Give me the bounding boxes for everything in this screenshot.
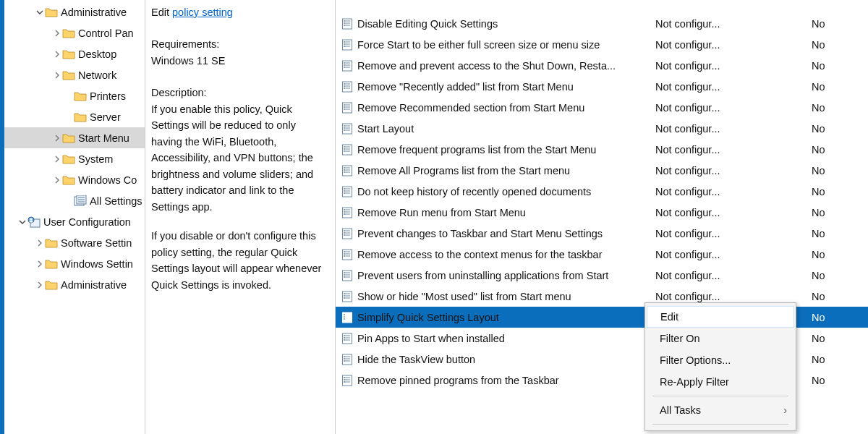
svg-point-97 <box>344 274 345 276</box>
policy-row[interactable]: Remove frequent programs list from the S… <box>336 139 868 160</box>
folder-icon <box>62 49 75 59</box>
policy-row[interactable]: Disable Editing Quick SettingsNot config… <box>336 13 868 34</box>
policy-name: Pin Apps to Start when installed <box>357 333 505 344</box>
policy-row[interactable]: Remove access to the context menus for t… <box>336 244 868 265</box>
tree-item-system[interactable]: System <box>4 148 145 169</box>
tree-item-printers[interactable]: Printers <box>4 85 145 106</box>
tree-item-network[interactable]: Network <box>4 64 145 85</box>
chevron-icon[interactable] <box>52 176 62 184</box>
tree-item-windows-co[interactable]: Windows Co <box>4 169 145 190</box>
tree-item-control-pan[interactable]: Control Pan <box>4 22 145 43</box>
context-menu[interactable]: EditFilter OnFilter Options...Re-Apply F… <box>644 302 796 431</box>
policy-comment: No <box>807 354 843 365</box>
policy-comment: No <box>807 81 843 93</box>
folder-icon <box>45 238 58 248</box>
context-menu-filter-on[interactable]: Filter On <box>647 328 794 349</box>
policy-comment: No <box>807 228 843 239</box>
svg-point-118 <box>344 337 345 339</box>
policy-row[interactable]: Remove All Programs list from the Start … <box>336 160 868 181</box>
tree-item-user-configuration[interactable]: User Configuration <box>4 211 145 232</box>
policy-state: Not configur... <box>655 186 807 197</box>
policy-icon <box>341 165 353 176</box>
svg-point-103 <box>344 293 345 294</box>
tree-item-all-settings[interactable]: All Settings <box>4 190 145 211</box>
policy-name: Remove All Programs list from the Start … <box>357 165 570 176</box>
svg-point-89 <box>344 251 345 252</box>
chevron-icon[interactable] <box>52 51 62 58</box>
svg-point-26 <box>344 62 345 64</box>
policy-row[interactable]: Remove and prevent access to the Shut Do… <box>336 55 868 76</box>
policy-setting-link[interactable]: policy setting <box>172 7 233 18</box>
svg-point-42 <box>344 109 345 110</box>
policy-state: Not configur... <box>655 144 807 156</box>
tree-item-windows-settin[interactable]: Windows Settin <box>4 253 145 274</box>
tree-item-label: Windows Co <box>78 174 137 186</box>
svg-point-126 <box>344 360 345 362</box>
svg-point-83 <box>344 232 345 234</box>
tree-item-software-settin[interactable]: Software Settin <box>4 232 145 253</box>
policy-icon <box>341 39 353 51</box>
tree-item-administrative[interactable]: Administrative <box>4 274 145 295</box>
policy-icon <box>341 102 353 114</box>
context-menu-filter-options-[interactable]: Filter Options... <box>647 349 794 371</box>
svg-point-124 <box>344 356 345 357</box>
svg-point-91 <box>344 255 345 257</box>
policy-row[interactable]: Remove Run menu from Start MenuNot confi… <box>336 202 868 223</box>
chevron-icon[interactable] <box>52 156 62 163</box>
policy-comment: No <box>807 60 843 72</box>
svg-point-20 <box>344 43 345 45</box>
tree-item-label: Administrative <box>61 7 127 18</box>
svg-point-77 <box>344 213 345 215</box>
policy-name: Remove pinned programs from the Taskbar <box>357 375 559 386</box>
svg-rect-106 <box>343 312 352 323</box>
tree-item-desktop[interactable]: Desktop <box>4 43 145 64</box>
tree-item-label: User Configuration <box>43 216 131 228</box>
svg-rect-78 <box>343 229 352 239</box>
chevron-icon[interactable] <box>35 9 45 16</box>
svg-rect-36 <box>343 103 352 113</box>
policy-row[interactable]: Remove Recommended section from Start Me… <box>336 97 868 118</box>
tree-item-administrative[interactable]: Administrative <box>4 1 145 22</box>
policy-state: Not configur... <box>655 102 807 114</box>
chevron-icon[interactable] <box>17 218 27 226</box>
svg-point-61 <box>344 167 345 169</box>
policy-state: Not configur... <box>655 60 807 72</box>
svg-point-69 <box>344 190 345 192</box>
chevron-right-icon: › <box>783 404 787 416</box>
policy-row[interactable]: Prevent changes to Taskbar and Start Men… <box>336 223 868 244</box>
policy-row[interactable]: Do not keep history of recently opened d… <box>336 181 868 202</box>
policy-icon <box>341 354 353 365</box>
chevron-icon[interactable] <box>52 135 62 142</box>
tree-item-label: Administrative <box>61 279 127 291</box>
tree-item-label: System <box>78 153 113 165</box>
svg-rect-99 <box>343 292 352 302</box>
navigation-tree[interactable]: AdministrativeControl PanDesktopNetworkP… <box>4 0 145 434</box>
context-menu-all-tasks[interactable]: All Tasks› <box>647 399 794 421</box>
context-menu-separator <box>652 396 788 396</box>
svg-rect-71 <box>343 208 352 218</box>
svg-point-96 <box>344 272 345 273</box>
svg-point-68 <box>344 188 345 190</box>
svg-point-21 <box>344 46 345 47</box>
chevron-icon[interactable] <box>35 260 45 268</box>
folder-icon <box>45 259 58 269</box>
tree-item-server[interactable]: Server <box>4 106 145 127</box>
policy-row[interactable]: Force Start to be either full screen siz… <box>336 34 868 55</box>
policy-row[interactable]: Remove "Recently added" list from Start … <box>336 76 868 97</box>
tree-item-start-menu[interactable]: Start Menu <box>4 127 145 148</box>
policy-state: Not configur... <box>655 270 807 281</box>
policy-row[interactable]: Start LayoutNot configur...No <box>336 118 868 139</box>
context-menu-edit[interactable]: Edit <box>647 306 794 328</box>
policy-icon <box>341 60 353 72</box>
policy-name: Remove "Recently added" list from Start … <box>357 81 574 93</box>
svg-rect-15 <box>343 40 352 50</box>
policy-icon <box>341 375 353 386</box>
policy-row[interactable]: Prevent users from uninstalling applicat… <box>336 265 868 286</box>
chevron-icon[interactable] <box>35 281 45 289</box>
policy-name: Force Start to be either full screen siz… <box>357 39 600 51</box>
context-menu-label: Edit <box>660 311 678 323</box>
chevron-icon[interactable] <box>52 72 62 79</box>
svg-point-47 <box>344 125 345 127</box>
chevron-icon[interactable] <box>35 239 45 247</box>
chevron-icon[interactable] <box>52 30 62 37</box>
